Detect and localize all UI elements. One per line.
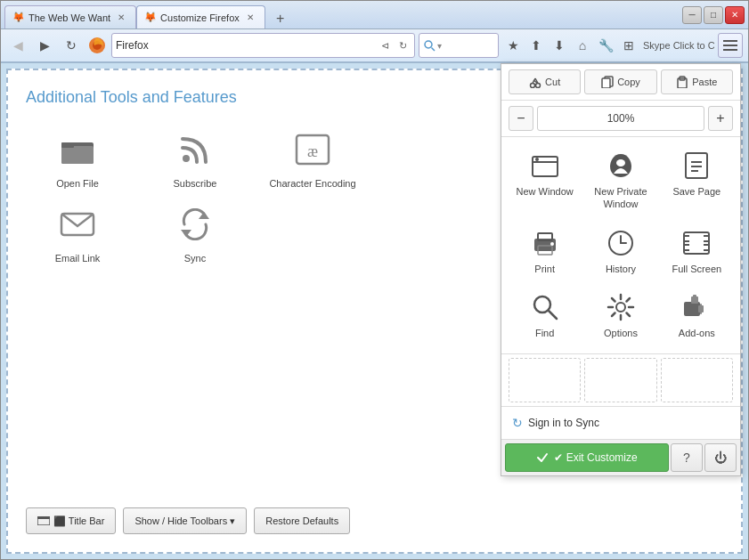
restore-defaults-label: Restore Defaults [265,515,338,526]
new-tab-button[interactable]: + [269,9,292,28]
menu-item-save-page[interactable]: Save Page [661,144,733,218]
hamburger-icon [723,40,737,51]
help-button[interactable]: ? [671,443,703,472]
search-dropdown-icon[interactable]: ▾ [437,41,442,51]
menu-item-options[interactable]: Options [584,286,656,346]
empty-slot-1 [509,358,581,402]
cut-button[interactable]: Cut [509,69,581,94]
svg-point-30 [616,159,625,166]
search-icon [423,39,436,52]
menu-item-print[interactable]: Print [509,222,581,282]
character-encoding-icon: æ [291,128,334,171]
email-link-label: Email Link [55,253,101,264]
copy-label: Copy [617,77,640,87]
checkmark-icon [536,451,549,464]
tool-character-encoding[interactable]: æ Character Encoding [261,128,364,189]
menu-empty-slots [501,354,740,407]
copy-icon [601,76,614,88]
show-hide-toolbars-button[interactable]: Show / Hide Toolbars ▾ [123,507,247,534]
new-private-window-label: New Private Window [588,185,653,211]
sync-icon [174,203,216,246]
home-icon[interactable]: ⌂ [572,35,593,56]
address-icons: ⊲ ↻ [377,37,411,53]
skype-addon: Skype Click to Ca [643,40,714,51]
menu-button[interactable] [718,33,743,58]
tool-subscribe[interactable]: Subscribe [143,128,247,189]
zoom-in-button[interactable]: + [708,106,733,131]
full-screen-label: Full Screen [672,263,722,275]
tab-customize-firefox[interactable]: 🦊 Customize Firefox ✕ [136,5,265,28]
tool-sync[interactable]: Sync [143,203,247,264]
tool-open-file[interactable]: Open File [26,128,129,189]
maximize-button[interactable]: □ [704,6,723,24]
empty-slot-3 [661,358,733,402]
title-bar-icon [37,516,50,525]
svg-point-19 [536,84,541,88]
svg-point-2 [425,41,432,48]
page-footer: ⬛ Title Bar Show / Hide Toolbars ▾ Resto… [26,490,723,534]
menu-item-add-ons[interactable]: Add-ons [661,286,733,346]
new-private-window-icon [607,151,635,180]
svg-rect-17 [37,516,50,519]
tool-email-link[interactable]: Email Link [26,203,129,264]
tools-icon[interactable]: 🔧 [595,35,616,56]
svg-marker-15 [181,230,191,237]
sync-label: Sync [184,253,206,264]
title-bar-label: ⬛ Title Bar [53,515,104,527]
paste-label: Paste [692,77,717,87]
nav-bar: ◀ ▶ ↻ Firefox ⊲ ↻ ▾ ★ ⬆ ⬇ [1,29,748,63]
reload-button[interactable]: ↻ [60,34,83,57]
find-icon [531,293,559,321]
zoom-out-button[interactable]: − [509,106,533,131]
tab-close-1[interactable]: ✕ [114,11,128,25]
copy-button[interactable]: Copy [584,69,656,94]
svg-rect-24 [602,78,610,88]
tab-the-web-we-want[interactable]: 🦊 The Web We Want ✕ [4,5,136,28]
open-file-icon [56,128,99,171]
menu-item-new-window[interactable]: New Window [509,144,581,218]
menu-item-new-private-window[interactable]: New Private Window [584,144,656,218]
menu-footer: ✔ Exit Customize ? ⏻ [501,440,740,475]
svg-line-3 [432,48,436,52]
upload-icon[interactable]: ⬆ [525,35,547,56]
forward-button[interactable]: ▶ [33,34,56,57]
exit-customize-button[interactable]: ✔ Exit Customize [505,443,669,472]
refresh-addr-icon[interactable]: ↻ [395,37,411,53]
tools-grid: Open File Subscribe [26,128,364,264]
search-bar[interactable]: ▾ [419,33,499,58]
print-icon [531,229,559,257]
firefox-logo [86,35,108,56]
menu-item-history[interactable]: History [584,222,656,282]
grid-icon[interactable]: ⊞ [618,35,639,56]
back-button[interactable]: ◀ [6,34,29,57]
svg-line-52 [626,298,630,302]
svg-line-50 [612,298,615,302]
menu-item-find[interactable]: Find [509,286,581,346]
new-window-label: New Window [517,185,574,198]
empty-slot-2 [584,358,656,402]
tab-favicon-1: 🦊 [12,12,25,24]
save-page-icon [682,151,711,180]
menu-item-full-screen[interactable]: Full Screen [661,222,733,282]
svg-line-53 [612,312,615,316]
svg-point-29 [535,158,539,161]
tab-close-2[interactable]: ✕ [243,11,257,25]
paste-button[interactable]: Paste [661,69,733,94]
sign-in-to-sync[interactable]: ↻ Sign in to Sync [501,407,740,440]
email-link-icon [56,203,99,246]
power-button[interactable]: ⏻ [704,443,737,472]
minimize-button[interactable]: ─ [682,6,702,24]
download-icon[interactable]: ⬇ [549,35,570,56]
find-label: Find [535,327,554,339]
svg-point-18 [531,84,535,88]
open-file-label: Open File [56,178,99,189]
title-bar-button[interactable]: ⬛ Title Bar [26,507,116,534]
svg-rect-9 [61,142,74,148]
toolbar-icons: ★ ⬆ ⬇ ⌂ 🔧 ⊞ [502,35,639,56]
close-button[interactable]: ✕ [725,6,745,24]
address-bar[interactable]: Firefox ⊲ ↻ [111,33,415,58]
star-icon[interactable]: ★ [502,35,524,56]
restore-defaults-button[interactable]: Restore Defaults [254,507,350,534]
bookmark-star-icon[interactable]: ⊲ [377,37,393,53]
cut-icon [529,76,541,88]
